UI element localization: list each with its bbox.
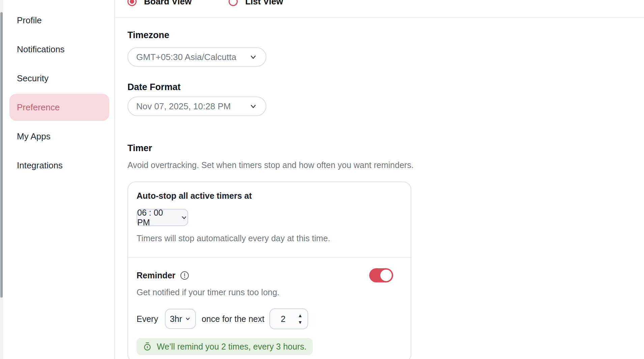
section-divider: [115, 17, 644, 18]
board-view-radio-icon[interactable]: [127, 0, 137, 6]
reminder-description: Get notified if your timer runs too long…: [137, 287, 402, 297]
list-view-option[interactable]: List View: [229, 0, 283, 7]
list-view-radio-icon[interactable]: [229, 0, 238, 6]
stepper-down-icon[interactable]: ▼: [298, 321, 302, 324]
timezone-value: GMT+05:30 Asia/Calcutta: [136, 52, 249, 62]
timezone-heading: Timezone: [127, 30, 644, 40]
preference-content: Board View List View Timezone GMT+05:30 …: [115, 0, 644, 359]
info-icon[interactable]: [180, 271, 189, 280]
count-value: 2: [270, 314, 295, 324]
reminder-notice-badge: We’ll remind you 2 times, every 3 hours.: [137, 338, 313, 355]
frequency-middle-label: once for the next: [202, 314, 264, 324]
chevron-down-icon: [181, 214, 187, 221]
timer-description: Avoid overtracking. Set when timers stop…: [127, 160, 644, 170]
reminder-notice-text: We’ll remind you 2 times, every 3 hours.: [157, 342, 306, 352]
date-format-heading: Date Format: [127, 82, 644, 92]
auto-stop-time-value: 06 : 00 PM: [137, 208, 177, 227]
auto-stop-caption: Timers will stop automatically every day…: [137, 233, 402, 243]
timer-settings-card: Auto-stop all active timers at 06 : 00 P…: [127, 182, 411, 359]
chevron-down-icon: [249, 53, 258, 61]
timezone-select[interactable]: GMT+05:30 Asia/Calcutta: [127, 47, 266, 67]
preferences-page: Profile Notifications Security Preferenc…: [0, 0, 644, 359]
sidebar-item-security[interactable]: Security: [9, 65, 109, 92]
card-divider: [128, 257, 411, 258]
count-stepper[interactable]: 2 ▲ ▼: [269, 308, 308, 329]
interval-value: 3hr: [170, 314, 182, 324]
board-view-option[interactable]: Board View: [127, 0, 192, 7]
reminder-label: Reminder: [137, 271, 175, 280]
settings-sidebar: Profile Notifications Security Preferenc…: [3, 0, 115, 359]
stopwatch-icon: [143, 342, 152, 351]
sidebar-item-profile[interactable]: Profile: [9, 7, 109, 34]
stepper-up-icon[interactable]: ▲: [298, 314, 302, 317]
scrollbar-thumb[interactable]: [0, 12, 3, 298]
sidebar-item-my-apps[interactable]: My Apps: [9, 123, 109, 150]
sidebar-item-integrations[interactable]: Integrations: [9, 152, 109, 179]
chevron-down-icon: [249, 102, 258, 111]
view-toggle-group: Board View List View: [127, 0, 644, 7]
auto-stop-label: Auto-stop all active timers at: [137, 191, 402, 201]
chevron-down-icon: [185, 316, 191, 322]
board-view-label: Board View: [144, 0, 192, 7]
page-scrollbar[interactable]: [0, 0, 3, 359]
auto-stop-time-select[interactable]: 06 : 00 PM: [137, 209, 188, 226]
reminder-frequency-row: Every 3hr once for the next 2: [137, 308, 402, 329]
reminder-toggle[interactable]: [369, 268, 393, 282]
list-view-label: List View: [245, 0, 283, 7]
sidebar-item-preference[interactable]: Preference: [9, 94, 109, 121]
toggle-knob: [380, 270, 392, 281]
frequency-prefix-label: Every: [137, 314, 158, 324]
timer-heading: Timer: [127, 143, 644, 154]
sidebar-item-notifications[interactable]: Notifications: [9, 36, 109, 63]
date-format-value: Nov 07, 2025, 10:28 PM: [136, 101, 249, 112]
interval-select[interactable]: 3hr: [165, 309, 196, 329]
date-format-select[interactable]: Nov 07, 2025, 10:28 PM: [127, 96, 266, 116]
